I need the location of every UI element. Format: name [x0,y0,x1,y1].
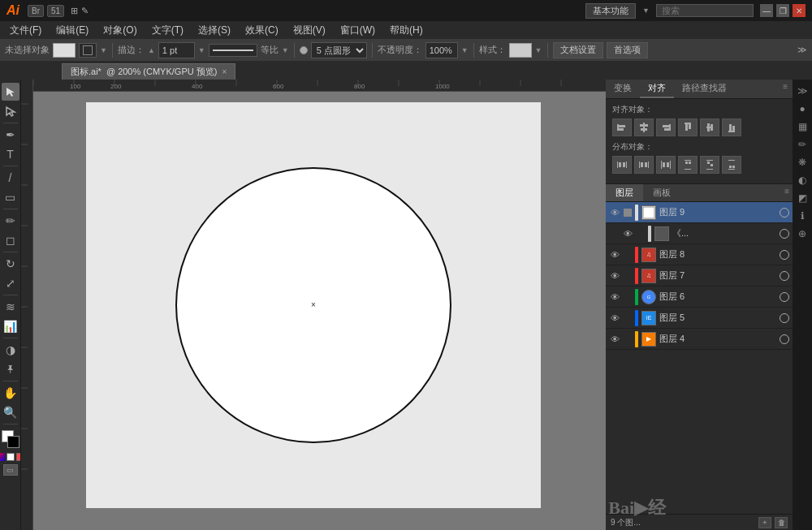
none-btn[interactable] [6,453,15,461]
swatches-btn[interactable]: ▦ [794,118,810,135]
distribute-left-btn[interactable] [612,156,632,174]
layers-panel-menu[interactable]: ≡ [781,184,793,201]
layer-9-eye[interactable]: 👁 [609,207,620,218]
direct-select-tool[interactable] [2,102,19,120]
color-mode-btn[interactable] [0,453,5,461]
stroke-up-arrow[interactable]: ▲ [148,46,155,54]
delete-layer-btn[interactable]: 🗑 [775,517,788,528]
align-top-btn[interactable] [678,118,698,136]
menu-object[interactable]: 对象(O) [97,22,143,39]
color-panel-btn[interactable]: ● [794,101,810,117]
workspace-button[interactable]: 基本功能 [585,3,636,19]
menu-effect[interactable]: 效果(C) [239,22,285,39]
layer-6-eye[interactable]: 👁 [609,291,620,303]
align-left-btn[interactable] [612,118,632,136]
align-middle-v-btn[interactable] [700,118,719,136]
layer-item-7[interactable]: 👁 ♫ 图层 7 [606,265,793,287]
menu-type[interactable]: 文字(T) [145,22,190,39]
menu-edit[interactable]: 编辑(E) [50,22,95,39]
align-bottom-btn[interactable] [722,118,741,136]
circle-object[interactable]: × [175,167,451,443]
pen-tool[interactable]: ✒ [2,126,19,144]
line-tool[interactable]: / [2,169,19,187]
graphic-styles-btn[interactable]: ◩ [794,190,810,206]
layer-6-target[interactable] [780,292,789,302]
layer-item-sub[interactable]: 👁 《... [606,223,793,244]
layer-9-lock[interactable] [624,209,632,217]
minimize-button[interactable]: — [760,4,773,17]
pencil-icon[interactable]: ✎ [81,6,89,16]
shape-select[interactable]: 5 点圆形 [311,42,367,58]
type-tool[interactable]: T [2,145,19,163]
graph-tool[interactable]: 📊 [2,317,19,335]
layer-item-5[interactable]: 👁 IE 图层 5 [606,308,793,329]
stroke-value-input[interactable] [158,42,195,58]
layer-7-target[interactable] [780,271,789,281]
menu-file[interactable]: 文件(F) [3,22,48,39]
layer-8-eye[interactable]: 👁 [609,249,620,261]
info-btn[interactable]: ℹ [794,208,810,224]
panel-collapse-btn[interactable]: ≫ [794,83,810,99]
canvas-area[interactable]: 100 200 400 600 800 1000 [21,80,606,530]
restore-button[interactable]: ❐ [776,4,789,17]
layer-item-6[interactable]: 👁 G 图层 6 [606,287,793,308]
brushes-btn[interactable]: ✏ [794,136,810,153]
menu-view[interactable]: 视图(V) [287,22,332,39]
panel-collapse-right[interactable]: ≫ [797,45,807,55]
arrange-icon[interactable]: ⊞ [71,6,78,16]
distribute-top-btn[interactable] [678,156,698,174]
distribute-middle-v-btn[interactable] [700,156,719,174]
layer-7-eye[interactable]: 👁 [609,270,620,282]
layer-item-4[interactable]: 👁 ▶ 图层 4 [606,329,793,350]
new-layer-btn[interactable]: + [758,517,771,528]
hand-tool[interactable]: ✋ [2,384,19,402]
pencil-tool[interactable]: ✏ [2,212,19,230]
layer-item-9[interactable]: 👁 图层 9 [606,202,793,223]
stroke-swatch[interactable] [7,436,19,448]
opacity-input[interactable] [425,42,458,58]
layer-sub-target[interactable] [780,229,789,239]
tab-align[interactable]: 对齐 [640,80,674,98]
menu-select[interactable]: 选择(S) [192,22,237,39]
color-swatches[interactable] [2,430,19,448]
search-input[interactable] [656,4,754,17]
doc-tab-close[interactable]: × [222,67,227,76]
rect-tool[interactable]: ▭ [2,188,19,206]
distribute-center-h-btn[interactable] [634,156,654,174]
tab-layers[interactable]: 图层 [606,184,643,201]
color-swatch-preview[interactable] [53,43,76,58]
eyedropper-tool[interactable]: 🖈 [2,360,19,378]
doc-settings-button[interactable]: 文档设置 [553,42,603,58]
preferences-button[interactable]: 首选项 [607,42,648,58]
tab-transform[interactable]: 变换 [606,80,640,98]
eraser-tool[interactable]: ◻ [2,231,19,249]
align-right-btn[interactable] [656,118,676,136]
zoom-tool[interactable]: 🔍 [2,403,19,421]
rotate-tool[interactable]: ↻ [2,255,19,273]
layer-8-target[interactable] [780,250,789,260]
layer-sub-eye[interactable]: 👁 [622,228,633,239]
screen-mode-btn[interactable]: ▭ [3,464,18,476]
align-center-h-btn[interactable] [634,118,654,136]
symbols-btn[interactable]: ❋ [794,154,810,170]
layer-9-target[interactable] [780,208,789,218]
cc-libraries-btn[interactable]: ⊕ [794,226,810,242]
appearance-btn[interactable]: ◐ [794,172,810,188]
tab-pathfinder[interactable]: 路径查找器 [674,80,735,98]
menu-window[interactable]: 窗口(W) [334,22,382,39]
align-panel-menu[interactable]: ≡ [778,80,793,98]
layer-4-eye[interactable]: 👁 [609,334,620,345]
menu-help[interactable]: 帮助(H) [383,22,430,39]
distribute-bottom-btn[interactable] [722,156,741,174]
distribute-right-btn[interactable] [656,156,676,174]
layer-5-eye[interactable]: 👁 [609,312,620,324]
warp-tool[interactable]: ≋ [2,298,19,316]
stroke-swatch-preview[interactable] [79,43,97,58]
tab-artboards[interactable]: 画板 [643,184,680,201]
stroke-down-arrow[interactable]: ▼ [198,46,205,54]
layer-5-target[interactable] [780,313,789,323]
layer-item-8[interactable]: 👁 ♫ 图层 8 [606,244,793,265]
close-button[interactable]: ✕ [793,4,806,17]
layer-4-target[interactable] [780,334,789,344]
doc-tab[interactable]: 图标.ai* @ 200% (CMYK/GPU 预览) × [62,63,235,80]
